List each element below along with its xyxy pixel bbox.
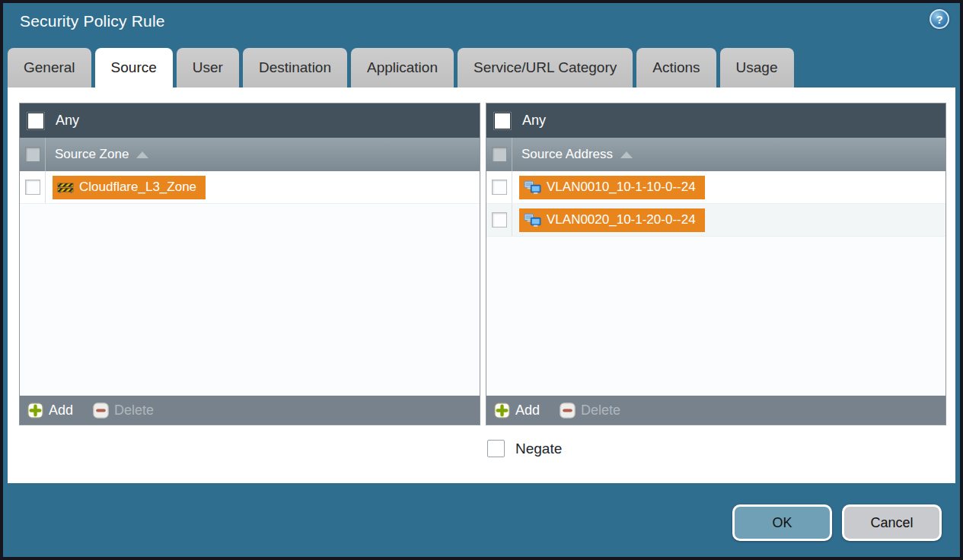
network-icon <box>524 180 541 195</box>
source-address-item-label: VLAN0020_10-1-20-0--24 <box>547 212 696 228</box>
source-zone-column-header[interactable]: Source Zone <box>20 138 480 171</box>
source-address-list: VLAN0010_10-1-10-0--24 <box>486 171 945 396</box>
dialog-title: Security Policy Rule <box>20 12 165 30</box>
source-address-add-button[interactable]: Add <box>494 402 540 418</box>
sort-ascending-icon <box>136 151 148 158</box>
source-address-any-checkbox[interactable] <box>494 113 511 129</box>
add-label: Add <box>49 402 73 418</box>
source-address-column-label: Source Address <box>521 147 613 162</box>
source-tab-content: Any Source Zone <box>8 88 955 483</box>
source-zone-footer: Add Delete <box>20 396 480 425</box>
tab-usage[interactable]: Usage <box>720 48 794 88</box>
source-address-column-header[interactable]: Source Address <box>486 138 945 171</box>
negate-checkbox[interactable] <box>487 440 505 457</box>
source-zone-delete-button[interactable]: Delete <box>93 402 154 418</box>
negate-label: Negate <box>515 441 562 457</box>
source-zone-row[interactable]: Cloudflare_L3_Zone <box>20 171 480 204</box>
source-zone-row-checkbox[interactable] <box>25 180 40 195</box>
source-zone-column-label: Source Zone <box>55 147 129 162</box>
source-address-row[interactable]: VLAN0010_10-1-10-0--24 <box>486 171 945 204</box>
zone-icon <box>57 181 74 194</box>
delete-label: Delete <box>581 402 620 418</box>
add-icon <box>494 402 510 418</box>
row-checkbox-cell <box>486 204 512 236</box>
tab-actions[interactable]: Actions <box>636 48 716 88</box>
tab-application[interactable]: Application <box>351 48 454 88</box>
cancel-button[interactable]: Cancel <box>842 504 942 541</box>
negate-control: Negate <box>487 440 562 457</box>
row-checkbox-cell <box>486 171 512 203</box>
select-all-cell <box>20 138 46 171</box>
security-policy-rule-dialog: Security Policy Rule ? General Source Us… <box>0 0 963 560</box>
source-zone-list: Cloudflare_L3_Zone <box>20 171 480 396</box>
source-address-panel: Any Source Address <box>486 103 946 425</box>
source-address-any-header: Any <box>486 103 945 138</box>
source-address-row-checkbox[interactable] <box>492 180 507 195</box>
source-address-item-label: VLAN0010_10-1-10-0--24 <box>547 180 696 195</box>
source-zone-add-button[interactable]: Add <box>27 402 73 418</box>
select-all-cell <box>486 138 512 171</box>
source-zone-any-header: Any <box>20 103 480 138</box>
help-icon[interactable]: ? <box>930 9 949 29</box>
tab-general[interactable]: General <box>8 48 91 88</box>
source-zone-item-label: Cloudflare_L3_Zone <box>79 180 196 195</box>
network-icon <box>524 213 541 228</box>
source-address-delete-button[interactable]: Delete <box>560 402 620 418</box>
sort-ascending-icon <box>620 151 633 158</box>
delete-icon <box>560 402 576 418</box>
add-icon <box>27 402 43 418</box>
tab-source[interactable]: Source <box>95 48 173 88</box>
source-address-item[interactable]: VLAN0020_10-1-20-0--24 <box>519 208 705 232</box>
source-address-item[interactable]: VLAN0010_10-1-10-0--24 <box>519 176 705 199</box>
source-address-row-checkbox[interactable] <box>492 212 507 228</box>
tab-user[interactable]: User <box>177 48 239 88</box>
tab-bar: General Source User Destination Applicat… <box>8 48 794 88</box>
tab-service-url-category[interactable]: Service/URL Category <box>458 48 633 88</box>
source-address-footer: Add Delete <box>486 396 945 425</box>
tab-destination[interactable]: Destination <box>243 48 347 88</box>
source-address-row[interactable]: VLAN0020_10-1-20-0--24 <box>486 204 945 237</box>
source-zone-select-all-checkbox[interactable] <box>25 147 40 162</box>
row-checkbox-cell <box>20 171 46 203</box>
source-zone-any-label: Any <box>56 113 79 129</box>
source-zone-panel: Any Source Zone <box>19 103 480 425</box>
source-zone-any-checkbox[interactable] <box>27 113 44 129</box>
delete-label: Delete <box>114 402 154 418</box>
source-address-select-all-checkbox[interactable] <box>492 147 507 162</box>
ok-button[interactable]: OK <box>732 504 832 541</box>
delete-icon <box>93 402 109 418</box>
source-zone-item[interactable]: Cloudflare_L3_Zone <box>53 176 206 199</box>
add-label: Add <box>515 402 540 418</box>
source-address-any-label: Any <box>522 113 546 129</box>
